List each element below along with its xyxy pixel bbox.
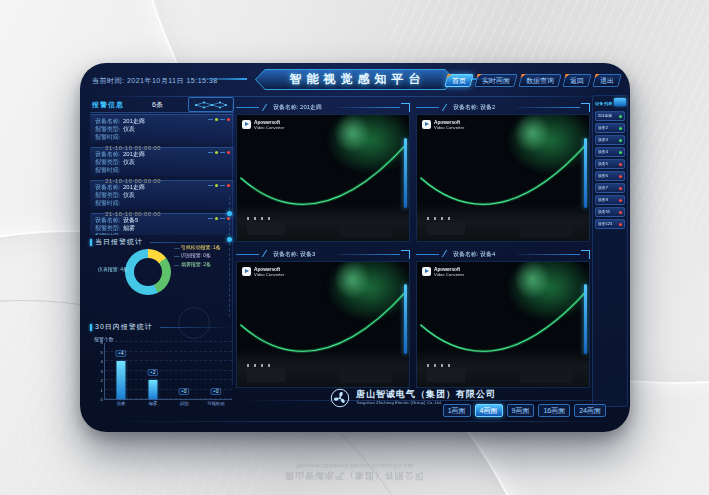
- device-status-dot: [619, 151, 622, 154]
- alarm-status-dots: [208, 151, 230, 154]
- layout-button[interactable]: 16画面: [538, 404, 570, 417]
- panel-reflection: 唐山智诚电气（集团）有限公司 Tangshan Zhicheng Electri…: [80, 438, 630, 484]
- video-feed[interactable]: ApowersoftVideo Converter: [416, 114, 590, 242]
- device-list-item[interactable]: 设备6: [595, 171, 625, 181]
- donut-label: 识别报警: 0条: [174, 253, 211, 260]
- device-status-dot: [619, 163, 622, 166]
- bar-value: 2: [147, 369, 158, 375]
- corner-bracket: [581, 103, 590, 112]
- layout-button[interactable]: 1画面: [443, 404, 471, 417]
- alarm-card[interactable]: 设备名称:201走廊报警类型:仪表报警时间:21-10-10 01:00:00: [90, 114, 234, 143]
- donut-label: 烟雾报警: 2条: [174, 262, 211, 269]
- device-list-item[interactable]: 设备8: [595, 195, 625, 205]
- device-list-item[interactable]: 设备4: [595, 147, 625, 157]
- watermark-icon: [242, 267, 251, 276]
- watermark-line2: Video Converter: [434, 126, 464, 130]
- nav-button[interactable]: 返回: [562, 74, 591, 87]
- alarm-type-value: 仪表: [123, 158, 135, 167]
- device-list-title: 设备列表: [595, 101, 612, 107]
- machinery-block: [247, 222, 285, 236]
- bar-value: 0: [179, 388, 190, 394]
- video-feed[interactable]: ApowersoftVideo Converter: [236, 261, 410, 389]
- layout-button[interactable]: 24画面: [574, 404, 606, 417]
- bar-slot: 4仪表: [105, 343, 137, 399]
- alarm-card[interactable]: 设备名称:201走廊报警类型:仪表报警时间:21-10-10 00:00:00: [90, 180, 234, 209]
- decor-dotted-line: [229, 197, 230, 317]
- device-list-panel: 设备列表 201走廊设备2设备3设备4设备5设备6设备7设备8设备55设备123: [592, 95, 628, 407]
- machinery-block: [340, 367, 392, 383]
- video-feed[interactable]: ApowersoftVideo Converter: [416, 261, 590, 389]
- scroll-indicator[interactable]: [584, 138, 587, 208]
- layout-switcher: 1画面4画面9画面16画面24画面: [443, 404, 606, 417]
- machinery-block: [247, 368, 285, 382]
- device-name: 201走廊: [598, 114, 612, 118]
- alarm-type-value: 仪表: [123, 125, 135, 134]
- device-name: 设备2: [598, 126, 608, 130]
- device-status-dot: [619, 127, 622, 130]
- layout-button[interactable]: 4画面: [475, 404, 503, 417]
- donut-label: 引线松动报警: 1条: [174, 245, 221, 252]
- device-list-header: 设备列表: [595, 98, 625, 108]
- device-list-item[interactable]: 设备123: [595, 219, 625, 229]
- light-specks: [427, 364, 451, 367]
- video-title: 设备名称: 设备4: [453, 249, 495, 258]
- nav-button[interactable]: 数据查询: [518, 74, 561, 87]
- video-title: 设备名称: 设备3: [273, 249, 315, 258]
- monthly-stats-title: 30日内报警统计: [90, 322, 234, 332]
- scroll-indicator[interactable]: [404, 284, 407, 354]
- device-status-dot: [619, 199, 622, 202]
- axis-tick: 5: [101, 350, 103, 354]
- alarm-card[interactable]: 设备名称:201走廊报警类型:仪表报警时间:21-10-10 00:00:00: [90, 147, 234, 176]
- device-status-dot: [619, 223, 622, 226]
- watermark: ApowersoftVideo Converter: [422, 267, 484, 279]
- watermark-icon: [422, 120, 431, 129]
- device-list-tab[interactable]: [614, 98, 626, 106]
- machinery-block: [427, 222, 465, 236]
- alarm-time-label: 报警时间:: [95, 166, 120, 175]
- video-cell: 设备名称: 设备4ApowersoftVideo Converter: [416, 247, 590, 389]
- alarm-time-label: 报警时间:: [95, 199, 120, 208]
- company-logo-icon: [330, 388, 350, 408]
- donut-hole: [134, 258, 162, 286]
- bar-category: 仪表: [117, 401, 126, 407]
- axis-tick: 1: [101, 388, 103, 392]
- bar-slot: 2烟雾: [137, 343, 169, 399]
- layout-button[interactable]: 9画面: [507, 404, 535, 417]
- app-title-frame: 智能视觉感知平台: [255, 69, 455, 90]
- watermark-line2: Video Converter: [254, 126, 284, 130]
- daily-alarm-donut: [125, 249, 171, 295]
- scroll-indicator[interactable]: [584, 284, 587, 354]
- nav-button[interactable]: 退出: [592, 74, 621, 87]
- network-topology-icon[interactable]: [188, 97, 234, 112]
- axis-tick: 0: [101, 397, 103, 401]
- machinery-block: [427, 368, 465, 382]
- device-list-item[interactable]: 设备7: [595, 183, 625, 193]
- bar-value: 4: [115, 350, 126, 356]
- bar: [116, 361, 125, 399]
- nav-bar: 首页实时画面数据查询返回退出: [446, 74, 620, 87]
- bar-category: 引线松动: [207, 401, 224, 407]
- watermark-icon: [242, 120, 251, 129]
- device-list-item[interactable]: 设备5: [595, 159, 625, 169]
- device-name: 设备6: [598, 174, 608, 178]
- slash-decor: [262, 250, 272, 257]
- device-list-item[interactable]: 设备2: [595, 123, 625, 133]
- nav-button[interactable]: 实时画面: [474, 74, 517, 87]
- app-title: 智能视觉感知平台: [285, 71, 426, 88]
- monthly-alarm-barchart: 01234564仪表2烟雾0识别0引线松动: [90, 343, 234, 413]
- alarm-type-value: 烟雾: [123, 224, 135, 233]
- scroll-indicator[interactable]: [404, 138, 407, 208]
- device-list-item[interactable]: 设备3: [595, 135, 625, 145]
- alarm-time-label: 报警时间:: [95, 232, 120, 235]
- video-feed[interactable]: ApowersoftVideo Converter: [236, 114, 410, 242]
- machinery-block: [520, 367, 572, 383]
- device-list-item[interactable]: 201走廊: [595, 111, 625, 121]
- alarm-status-dots: [208, 217, 230, 220]
- nav-button[interactable]: 首页: [444, 74, 473, 87]
- alarm-header: 报警信息 6条: [90, 97, 234, 113]
- device-list-item[interactable]: 设备55: [595, 207, 625, 217]
- watermark-line2: Video Converter: [254, 273, 284, 277]
- device-list: 201走廊设备2设备3设备4设备5设备6设备7设备8设备55设备123: [595, 111, 625, 229]
- device-name: 设备7: [598, 186, 608, 190]
- alarm-card[interactable]: 设备名称:设备5报警类型:烟雾报警时间:21-10-10 00:00:00: [90, 213, 234, 235]
